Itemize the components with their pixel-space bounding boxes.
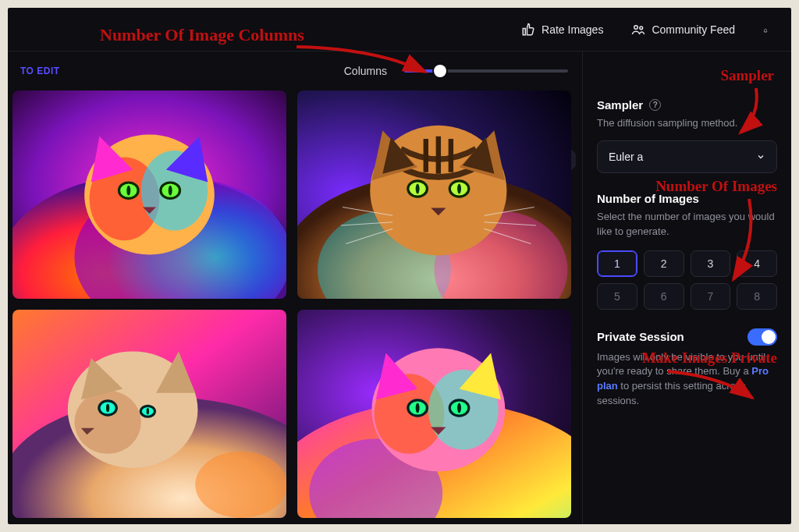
- svg-point-0: [634, 25, 638, 29]
- private-title: Private Session: [597, 330, 684, 343]
- num-images-title: Number of Images: [597, 192, 699, 205]
- num-option-5[interactable]: 5: [597, 283, 637, 310]
- num-images-grid: 1 2 3 4 5 6 7 8: [597, 250, 777, 310]
- main-row: TO EDIT Columns: [8, 51, 791, 524]
- sampler-value: Euler a: [609, 151, 643, 163]
- info-icon[interactable]: ?: [649, 99, 661, 111]
- svg-point-53: [195, 452, 286, 518]
- svg-point-12: [126, 186, 130, 196]
- svg-point-51: [147, 408, 149, 415]
- gallery-column: TO EDIT Columns: [8, 51, 582, 524]
- app-root: Rate Images Community Feed TO EDIT Colum…: [8, 8, 791, 524]
- community-feed-label: Community Feed: [652, 23, 735, 36]
- svg-point-15: [169, 186, 172, 196]
- columns-label: Columns: [344, 65, 387, 77]
- columns-bar: TO EDIT Columns: [8, 51, 576, 86]
- generated-image-1[interactable]: [12, 90, 286, 299]
- private-session-section: Private Session Images will only be visi…: [597, 328, 777, 409]
- sampler-desc: The diffusion sampling method.: [597, 116, 777, 131]
- sampler-section: Sampler ? The diffusion sampling method.…: [597, 98, 777, 173]
- to-edit-link[interactable]: TO EDIT: [16, 66, 60, 76]
- num-images-desc: Select the number of images you would li…: [597, 210, 777, 239]
- svg-point-31: [457, 184, 461, 194]
- num-option-1[interactable]: 1: [597, 250, 637, 277]
- notifications-button[interactable]: [752, 16, 779, 43]
- num-option-4[interactable]: 4: [737, 250, 777, 277]
- generated-image-2[interactable]: [297, 90, 571, 299]
- num-option-6[interactable]: 6: [644, 283, 684, 310]
- image-grid: [8, 86, 576, 518]
- generated-image-4[interactable]: [297, 310, 571, 518]
- num-option-7[interactable]: 7: [691, 283, 731, 310]
- svg-point-67: [457, 403, 461, 413]
- num-option-3[interactable]: 3: [691, 250, 731, 277]
- settings-panel: Sampler ? The diffusion sampling method.…: [582, 51, 791, 524]
- number-of-images-section: Number of Images Select the number of im…: [597, 192, 777, 310]
- rate-images-label: Rate Images: [542, 23, 603, 36]
- rate-images-button[interactable]: Rate Images: [510, 16, 614, 43]
- svg-point-48: [106, 404, 109, 413]
- people-icon: [631, 23, 645, 37]
- private-session-toggle[interactable]: [748, 328, 777, 346]
- sampler-title: Sampler: [597, 98, 643, 112]
- community-feed-button[interactable]: Community Feed: [620, 16, 746, 43]
- svg-point-1: [640, 26, 643, 29]
- private-desc: Images will only be visible to you until…: [597, 350, 777, 409]
- svg-point-28: [416, 184, 420, 194]
- sampler-select[interactable]: Euler a: [597, 140, 777, 173]
- topbar: Rate Images Community Feed: [8, 8, 791, 51]
- num-option-2[interactable]: 2: [644, 250, 684, 277]
- bell-icon: [763, 23, 768, 37]
- num-option-8[interactable]: 8: [737, 283, 777, 310]
- columns-slider[interactable]: [404, 64, 568, 78]
- generated-image-3[interactable]: [12, 310, 286, 518]
- thumbs-up-icon: [521, 23, 535, 37]
- svg-point-64: [416, 403, 420, 413]
- chevron-down-icon: [756, 152, 765, 161]
